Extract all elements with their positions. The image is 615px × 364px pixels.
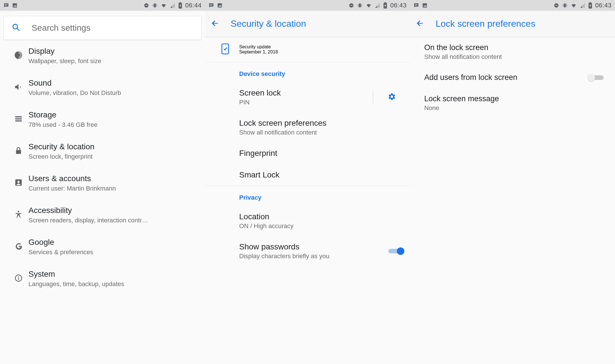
wifi-icon: [366, 3, 372, 8]
svg-rect-39: [415, 5, 417, 6]
svg-rect-43: [555, 5, 557, 6]
battery-charging-icon: [588, 2, 592, 9]
battery-charging-icon: [383, 2, 387, 9]
row-users[interactable]: Users & accountsCurrent user: Martin Bri…: [0, 167, 205, 199]
page-title: Security & location: [231, 18, 306, 29]
lock-prefs-list: On the lock screenShow all notification …: [410, 37, 615, 364]
row-lock-screen-message[interactable]: Lock screen messageNone: [410, 88, 615, 118]
screen-lock-settings-button[interactable]: [379, 92, 404, 102]
battery-charging-icon: [178, 2, 182, 9]
row-security[interactable]: Security & locationScreen lock, fingerpr…: [0, 135, 205, 167]
svg-point-14: [17, 54, 20, 57]
row-add-users[interactable]: Add users from lock screen: [410, 67, 615, 88]
svg-rect-2: [13, 3, 17, 8]
svg-rect-1: [5, 5, 7, 6]
svg-rect-32: [358, 4, 359, 7]
screen-settings-main: 06:44 Search settings DisplayWallpaper, …: [0, 0, 205, 364]
notification-icon: [208, 3, 214, 8]
svg-rect-6: [154, 3, 156, 7]
section-device-security: Device security: [205, 62, 410, 82]
security-list: Security updateSeptember 1, 2018 Device …: [205, 37, 410, 364]
svg-rect-17: [15, 120, 22, 121]
svg-rect-35: [384, 2, 386, 3]
wifi-icon: [161, 3, 167, 8]
storage-icon: [14, 114, 23, 125]
account-icon: [14, 178, 23, 188]
svg-rect-23: [18, 278, 19, 280]
settings-list: DisplayWallpaper, sleep, font size Sound…: [0, 40, 205, 364]
row-accessibility[interactable]: AccessibilityScreen readers, display, in…: [0, 199, 205, 231]
row-storage[interactable]: Storage78% used - 3.46 GB free: [0, 104, 205, 135]
row-on-lock-screen[interactable]: On the lock screenShow all notification …: [410, 37, 615, 67]
svg-rect-40: [423, 3, 427, 8]
dnd-icon: [144, 3, 149, 8]
svg-point-24: [18, 276, 19, 277]
back-button[interactable]: [416, 19, 424, 29]
search-icon: [12, 23, 20, 33]
phone-check-icon: [221, 43, 229, 56]
svg-rect-46: [566, 4, 567, 7]
appbar: Security & location: [205, 11, 410, 37]
section-privacy: Privacy: [205, 186, 410, 206]
row-fingerprint[interactable]: Fingerprint: [205, 142, 410, 164]
add-users-toggle[interactable]: [588, 74, 604, 81]
svg-rect-31: [359, 3, 361, 7]
row-sound[interactable]: SoundVolume, vibration, Do Not Disturb: [0, 72, 205, 104]
screen-lock-screen-prefs: 06:43 Lock screen preferences On the loc…: [410, 0, 615, 364]
svg-rect-30: [350, 5, 352, 6]
svg-rect-44: [564, 3, 566, 7]
page-title: Lock screen preferences: [436, 18, 535, 29]
vibrate-icon: [562, 3, 568, 8]
row-display[interactable]: DisplayWallpaper, sleep, font size: [0, 40, 205, 72]
notification-icon: [3, 3, 9, 8]
svg-point-21: [18, 211, 19, 212]
vibrate-icon: [152, 3, 158, 8]
screen-security-location: 06:43 Security & location Security updat…: [205, 0, 410, 364]
svg-rect-48: [589, 2, 591, 3]
sound-icon: [14, 82, 23, 93]
google-icon: [14, 242, 23, 252]
row-show-passwords[interactable]: Show passwordsDisplay characters briefly…: [205, 236, 410, 266]
row-google[interactable]: GoogleServices & preferences: [0, 231, 205, 263]
svg-rect-16: [15, 118, 22, 119]
svg-rect-25: [210, 4, 212, 5]
image-icon: [217, 3, 223, 8]
status-bar: 06:43: [410, 0, 615, 11]
status-bar: 06:43: [205, 0, 410, 11]
image-icon: [12, 3, 18, 8]
row-screen-lock[interactable]: Screen lockPIN: [205, 82, 410, 112]
signal-icon: [580, 3, 585, 8]
status-time: 06:44: [185, 2, 202, 9]
info-icon: [14, 274, 23, 284]
svg-rect-0: [5, 4, 7, 5]
svg-point-20: [17, 181, 20, 183]
svg-rect-26: [210, 5, 212, 6]
back-button[interactable]: [211, 19, 219, 29]
row-smart-lock[interactable]: Smart Lock: [205, 164, 410, 186]
dnd-icon: [348, 3, 354, 8]
vibrate-icon: [357, 3, 363, 8]
image-icon: [422, 3, 428, 8]
row-security-update[interactable]: Security updateSeptember 1, 2018: [205, 37, 410, 62]
row-system[interactable]: SystemLanguages, time, backup, updates: [0, 263, 205, 295]
search-settings[interactable]: Search settings: [3, 16, 202, 40]
svg-rect-27: [218, 3, 222, 8]
row-lock-screen-prefs[interactable]: Lock screen preferencesShow all notifica…: [205, 112, 410, 142]
dnd-icon: [554, 3, 559, 8]
row-location[interactable]: LocationON / High accuracy: [205, 206, 410, 236]
show-passwords-toggle[interactable]: [388, 247, 404, 255]
svg-rect-38: [415, 4, 417, 5]
gear-icon: [387, 92, 396, 102]
status-time: 06:43: [595, 2, 612, 9]
svg-rect-45: [563, 4, 564, 7]
lock-icon: [14, 146, 23, 156]
svg-rect-15: [15, 116, 22, 117]
status-bar: 06:44: [0, 0, 205, 11]
svg-rect-5: [145, 5, 147, 6]
appbar: Lock screen preferences: [410, 11, 615, 37]
svg-rect-7: [153, 4, 154, 7]
status-time: 06:43: [390, 2, 407, 9]
accessibility-icon: [14, 210, 23, 220]
signal-icon: [375, 3, 380, 8]
svg-line-13: [17, 28, 19, 31]
